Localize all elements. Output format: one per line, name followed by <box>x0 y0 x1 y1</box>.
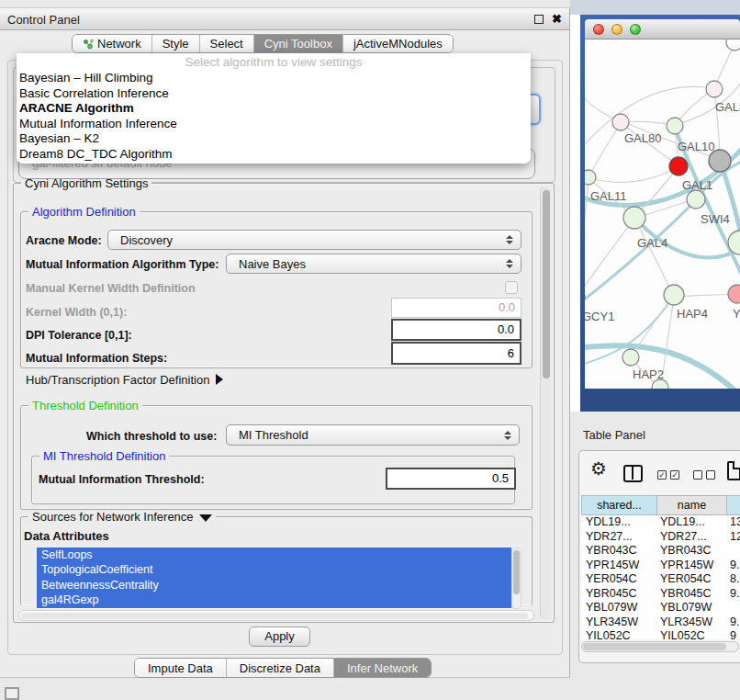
column-header-shared[interactable]: shared... <box>581 495 656 515</box>
network-node[interactable] <box>706 81 723 97</box>
manual-kernel-width-checkbox[interactable] <box>505 281 518 294</box>
network-node[interactable] <box>664 285 684 305</box>
columns-icon[interactable] <box>623 465 643 482</box>
float-panel-icon[interactable] <box>534 15 544 24</box>
column-header-name[interactable]: name <box>656 495 726 515</box>
algorithm-option[interactable]: ARACNE Algorithm <box>17 101 531 117</box>
table-cell: YBL079W <box>581 601 656 615</box>
algorithm-option[interactable]: Bayesian – Hill Climbing <box>17 71 531 86</box>
network-node-label: GAL80 <box>624 131 661 145</box>
mi-algorithm-type-combo[interactable]: Naive Bayes <box>226 254 521 274</box>
table-panel-body: ⚙ ✓ ✓ shared... name YDL19...YDL19...13Y… <box>578 450 740 663</box>
network-node[interactable] <box>709 150 731 172</box>
table-cell: YIL052C <box>656 629 726 639</box>
scrollbar-thumb[interactable] <box>583 643 726 650</box>
table-row[interactable]: YBR043CYBR043C <box>581 544 740 559</box>
close-panel-icon[interactable]: ✖ <box>552 12 562 26</box>
data-attributes-list[interactable]: SelfLoopsTopologicalCoefficientBetweenne… <box>37 548 511 609</box>
network-node[interactable] <box>726 40 740 51</box>
network-node-label: GAL10 <box>678 140 714 153</box>
select-all-checkboxes-icon[interactable]: ✓ ✓ <box>657 470 679 480</box>
table-rows[interactable]: YDL19...YDL19...13YDR27...YDR27...12YBR0… <box>581 515 740 639</box>
new-table-icon[interactable] <box>727 461 740 480</box>
table-row[interactable]: YBL079WYBL079W <box>581 601 740 615</box>
network-node[interactable] <box>623 207 645 229</box>
close-traffic-light[interactable] <box>593 24 604 35</box>
attributes-list-scrollbar[interactable] <box>511 548 521 609</box>
network-node[interactable] <box>687 190 705 209</box>
scrollbar-thumb[interactable] <box>543 190 550 378</box>
network-node-label: GAL8 <box>715 100 740 114</box>
checked-box-icon: ✓ <box>657 470 667 480</box>
sources-group-title[interactable]: Sources for Network Inference <box>28 510 216 524</box>
algorithm-option[interactable]: Dream8 DC_TDC Algorithm <box>17 147 531 163</box>
network-node[interactable] <box>612 114 629 130</box>
scrollbar-thumb[interactable] <box>21 613 528 619</box>
expanded-arrow-icon <box>199 514 212 522</box>
tab-style[interactable]: Style <box>152 35 200 52</box>
zoom-traffic-light[interactable] <box>630 24 641 35</box>
network-node[interactable] <box>622 349 639 366</box>
minimize-traffic-light[interactable] <box>611 24 622 35</box>
attribute-list-item[interactable]: SelfLoops <box>37 548 511 562</box>
tab-impute-data[interactable]: Impute Data <box>135 659 227 677</box>
network-node[interactable] <box>728 285 740 303</box>
settings-vertical-scrollbar[interactable] <box>540 186 551 619</box>
deselect-all-checkboxes-icon[interactable] <box>693 470 715 480</box>
algorithm-option[interactable]: Bayesian – K2 <box>17 131 531 147</box>
network-node[interactable] <box>667 118 683 134</box>
table-cell: YDL19... <box>581 515 656 530</box>
attribute-list-item[interactable]: BetweennessCentrality <box>37 578 511 593</box>
table-row[interactable]: YDR27...YDR27...12 <box>581 530 740 545</box>
network-node[interactable] <box>585 170 596 185</box>
table-row[interactable]: YER054CYER054C8. <box>581 572 740 587</box>
tab-infer-network[interactable]: Infer Network <box>334 659 431 677</box>
table-cell: YBR045C <box>581 587 656 602</box>
table-cell: YDR27... <box>656 530 726 545</box>
table-row[interactable]: YDL19...YDL19...13 <box>581 515 740 530</box>
tab-discretize-data[interactable]: Discretize Data <box>227 659 334 677</box>
table-row[interactable]: YIL052CYIL052C9 <box>581 629 740 639</box>
mi-threshold-field[interactable]: 0.5 <box>386 468 516 490</box>
settings-horizontal-scrollbar[interactable] <box>18 610 534 621</box>
tab-select[interactable]: Select <box>200 35 254 52</box>
attribute-list-item[interactable]: TopologicalCoefficient <box>37 562 511 577</box>
table-row[interactable]: YPR145WYPR145W9. <box>581 559 740 573</box>
network-edge <box>589 124 621 175</box>
tab-network[interactable]: Network <box>73 35 152 52</box>
table-row[interactable]: YLR345WYLR345W9. <box>581 615 740 630</box>
mi-steps-field[interactable]: 6 <box>391 342 521 365</box>
desktop-top-strip <box>570 0 740 15</box>
minimized-panel-icon[interactable] <box>5 687 19 700</box>
dpi-tolerance-field[interactable]: 0.0 <box>391 319 521 341</box>
mi-algorithm-type-label: Mutual Information Algorithm Type: <box>26 258 219 271</box>
table-cell: 9. <box>726 559 740 573</box>
table-header-row: shared... name <box>581 495 740 515</box>
which-threshold-combo[interactable]: MI Threshold <box>226 424 520 446</box>
tab-jactivemnodules[interactable]: jActiveMNodules <box>343 35 453 52</box>
network-node-label: GCY1 <box>585 310 614 323</box>
algorithm-option[interactable]: Mutual Information Inference <box>17 117 531 132</box>
table-row[interactable]: YBR045CYBR045C9. <box>581 587 740 602</box>
table-cell: YPR145W <box>656 559 726 573</box>
gear-icon[interactable]: ⚙ <box>590 459 607 478</box>
network-node-label: HAP4 <box>677 307 708 321</box>
network-canvas-wrap[interactable]: GAL8GAL80GAL10GAL1GAL11SWI4GAL4HAP4YGCY1… <box>585 40 740 389</box>
network-window-titlebar[interactable] <box>585 19 740 40</box>
kernel-width-field[interactable]: 0.0 <box>391 298 521 318</box>
tab-cyni-toolbox[interactable]: Cyni Toolbox <box>254 35 343 52</box>
scrollbar-thumb[interactable] <box>513 550 520 594</box>
network-canvas[interactable]: GAL8GAL80GAL10GAL1GAL11SWI4GAL4HAP4YGCY1… <box>585 40 740 389</box>
table-cell <box>726 544 740 559</box>
network-node[interactable] <box>669 157 688 175</box>
algorithm-option[interactable]: Basic Correlation Inference <box>17 86 531 102</box>
hub-definition-toggle[interactable]: Hub/Transcription Factor Definition <box>26 373 223 387</box>
apply-button[interactable]: Apply <box>249 627 310 647</box>
table-cell: YBR043C <box>656 544 726 559</box>
attribute-list-item[interactable]: gal4RGexp <box>37 593 511 607</box>
table-horizontal-scrollbar[interactable] <box>581 641 739 652</box>
table-cell: YER054C <box>581 572 656 587</box>
aracne-mode-combo[interactable]: Discovery <box>107 230 521 250</box>
combo-arrows-icon <box>504 431 511 440</box>
column-header-partial[interactable] <box>726 495 740 515</box>
